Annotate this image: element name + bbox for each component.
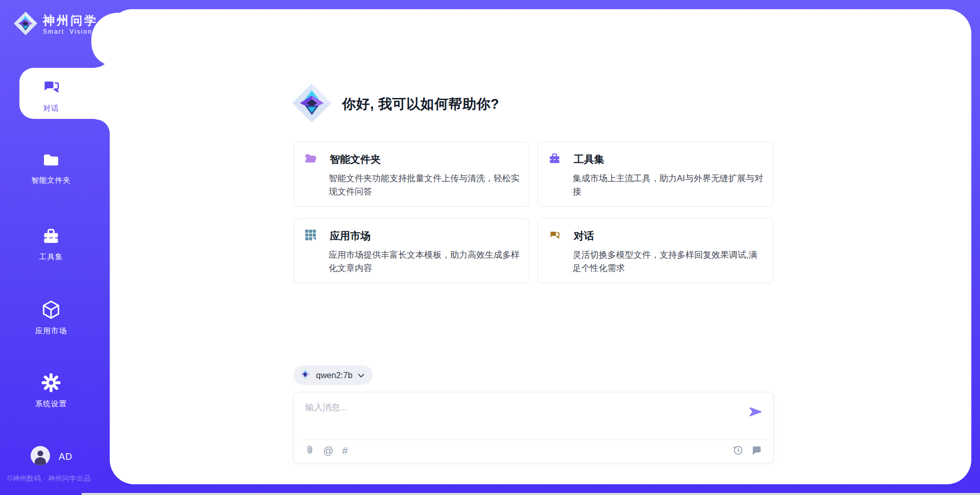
gear-icon (41, 373, 61, 394)
user-name: AD (59, 452, 72, 462)
sidebar-item-settings[interactable]: 系统设置 (0, 373, 102, 409)
composer-divider (300, 439, 767, 440)
card-description: 灵活切换多模型文件，支持多样回复效果调试,满足个性化需求 (573, 249, 764, 275)
user-avatar-icon (31, 446, 50, 467)
app-subtitle: Smart Vision (43, 28, 98, 35)
sidebar-item-label: 应用市场 (35, 326, 67, 336)
send-icon (748, 413, 763, 420)
chat-bubbles-icon (548, 229, 561, 243)
app-title: 神州问学 (43, 14, 98, 27)
tab-fillet-top (95, 53, 110, 68)
greeting-logo-icon (291, 83, 332, 126)
tab-fillet-bottom (95, 119, 110, 134)
sidebar-item-toolset[interactable]: 工具集 (0, 227, 102, 262)
toolbox-icon (42, 227, 60, 247)
sidebar-item-app-market[interactable]: 应用市场 (0, 299, 102, 336)
sidebar-item-label: 系统设置 (35, 399, 67, 409)
topic-button[interactable]: # (342, 445, 348, 456)
app-logo-icon (13, 11, 38, 38)
card-description: 集成市场上主流工具，助力AI与外界无缝扩展与对接 (573, 172, 764, 198)
sidebar-item-label: 工具集 (39, 252, 63, 262)
toolbox-icon (548, 152, 561, 167)
card-smart-folder[interactable]: 智能文件夹 智能文件夹功能支持批量文件上传与清洗，轻松实现文件问答 (293, 142, 529, 207)
card-title: 应用市场 (330, 229, 371, 243)
greeting-text: 你好, 我可以如何帮助你? (342, 95, 499, 113)
cube-icon (41, 299, 61, 321)
user-account[interactable]: AD (31, 446, 72, 467)
paperclip-icon (305, 444, 314, 457)
copyright-footer: ©神州数码 · 神州问学出品 (7, 474, 91, 483)
sidebar-item-chat[interactable]: 对话 (0, 77, 102, 113)
chat-bubble-icon (751, 445, 762, 457)
card-title: 智能文件夹 (330, 153, 381, 166)
feature-cards: 智能文件夹 智能文件夹功能支持批量文件上传与清洗，轻松实现文件问答 工具集 集成… (293, 142, 774, 283)
message-composer: @ # (293, 392, 774, 463)
card-description: 应用市场提供丰富长文本模板，助力高效生成多样化文章内容 (329, 249, 520, 275)
window-bottom-edge (82, 493, 980, 495)
at-icon: @ (323, 445, 333, 456)
app-logo: 神州问学 Smart Vision (13, 11, 98, 38)
sidebar-item-label: 对话 (43, 104, 59, 113)
send-button[interactable] (748, 405, 763, 420)
hash-icon: # (342, 445, 348, 456)
sidebar-item-smart-folder[interactable]: 智能文件夹 (0, 151, 102, 185)
folder-open-icon (304, 152, 317, 167)
model-selector[interactable]: qwen2:7b (293, 365, 373, 385)
folder-icon (42, 151, 60, 171)
model-diamond-icon (300, 368, 311, 382)
sidebar-item-label: 智能文件夹 (31, 176, 71, 185)
card-toolset[interactable]: 工具集 集成市场上主流工具，助力AI与外界无缝扩展与对接 (537, 142, 773, 207)
composer-left-tools: @ # (305, 444, 348, 457)
mention-button[interactable]: @ (323, 445, 333, 456)
greeting: 你好, 我可以如何帮助你? (291, 83, 499, 126)
composer-right-tools (732, 444, 762, 457)
attach-file-button[interactable] (305, 444, 314, 457)
card-app-market[interactable]: 应用市场 应用市场提供丰富长文本模板，助力高效生成多样化文章内容 (293, 218, 529, 283)
card-title: 工具集 (574, 153, 604, 166)
card-title: 对话 (574, 229, 594, 243)
card-chat[interactable]: 对话 灵活切换多模型文件，支持多样回复效果调试,满足个性化需求 (537, 218, 773, 283)
message-input[interactable] (304, 401, 740, 435)
history-icon (732, 444, 744, 457)
feedback-button[interactable] (751, 445, 762, 457)
chat-bubbles-icon (41, 77, 61, 99)
history-button[interactable] (732, 444, 744, 457)
model-name: qwen2:7b (316, 370, 353, 380)
chevron-down-icon (358, 370, 364, 380)
grid-cube-icon (304, 229, 317, 243)
card-description: 智能文件夹功能支持批量文件上传与清洗，轻松实现文件问答 (329, 172, 520, 198)
app-root: 神州问学 Smart Vision 对话 智能文件夹 (0, 0, 980, 495)
